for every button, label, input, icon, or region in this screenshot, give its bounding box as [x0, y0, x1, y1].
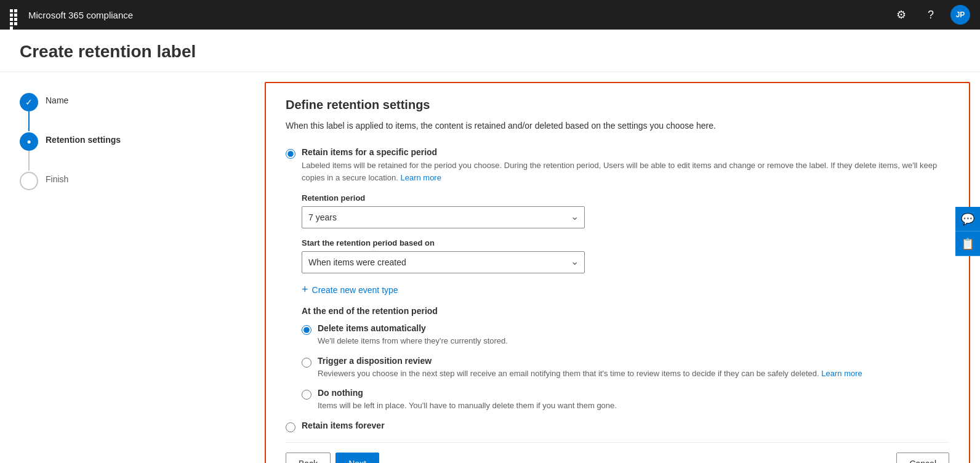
settings-icon[interactable]: ⚙ [891, 5, 911, 25]
do-nothing-option: Do nothing Items will be left in place. … [302, 388, 949, 412]
step-row-retention: ● Retention settings [20, 131, 245, 171]
retain-forever-option: Retain items forever [286, 421, 949, 432]
content-area: ✓ Name ● Retention settings [0, 72, 980, 463]
retention-period-select[interactable]: 1 year 2 years 3 years 4 years 5 years 7… [302, 206, 585, 228]
disposition-option: Trigger a disposition review Reviewers y… [302, 356, 949, 380]
step-icon-name: ✓ [20, 93, 38, 111]
create-event-link[interactable]: + Create new event type [302, 283, 949, 296]
chat-icon[interactable]: 💬 [955, 207, 980, 232]
end-period-title: At the end of the retention period [302, 306, 949, 316]
delete-auto-label: Delete items automatically [318, 323, 508, 333]
step-retention: ● Retention settings [20, 131, 245, 151]
section-description: When this label is applied to items, the… [286, 119, 949, 132]
do-nothing-radio[interactable] [302, 390, 311, 400]
step-name: ✓ Name [20, 92, 245, 111]
do-nothing-label: Do nothing [318, 388, 617, 398]
start-period-field: Start the retention period based on When… [302, 238, 949, 273]
step-icon-retention: ● [20, 132, 38, 151]
delete-auto-option: Delete items automatically We'll delete … [302, 323, 949, 347]
start-period-select[interactable]: When items were created When items were … [302, 251, 585, 273]
app-title: Microsoft 365 compliance [28, 10, 884, 20]
step-label-finish: Finish [46, 171, 68, 184]
learn-more-1-link[interactable]: Learn more [400, 173, 441, 182]
step-connector-1 [28, 111, 30, 131]
do-nothing-desc: Items will be left in place. You'll have… [318, 400, 617, 412]
page-container: Create retention label ✓ Name ● R [0, 30, 980, 463]
retain-specific-label: Retain items for a specific period [302, 147, 949, 157]
step-connector-2 [28, 151, 30, 171]
sub-radio-group: Delete items automatically We'll delete … [302, 323, 949, 412]
page-title: Create retention label [20, 42, 960, 62]
retain-specific-option: Retain items for a specific period Label… [286, 147, 949, 183]
start-period-label: Start the retention period based on [302, 238, 949, 248]
step-label-name: Name [46, 92, 68, 105]
topbar-actions: ⚙ ? JP [891, 5, 970, 25]
cancel-button[interactable]: Cancel [896, 453, 949, 464]
back-button[interactable]: Back [286, 453, 331, 464]
delete-auto-radio[interactable] [302, 325, 311, 335]
step-label-retention: Retention settings [46, 131, 121, 145]
steps-container: ✓ Name ● Retention settings [20, 92, 245, 190]
retain-specific-radio[interactable] [286, 149, 295, 159]
next-button[interactable]: Next [335, 453, 379, 464]
sidebar-stepper: ✓ Name ● Retention settings [0, 72, 265, 463]
learn-more-2-link[interactable]: Learn more [821, 369, 862, 378]
feedback-icon[interactable]: 📋 [955, 232, 980, 256]
grid-icon[interactable] [10, 9, 21, 20]
topbar: Microsoft 365 compliance ⚙ ? JP [0, 0, 980, 30]
footer-buttons: Back Next Cancel [286, 442, 949, 464]
retain-specific-desc: Labeled items will be retained for the p… [302, 159, 949, 183]
retain-forever-radio[interactable] [286, 422, 295, 432]
retention-period-field: Retention period 1 year 2 years 3 years … [302, 193, 949, 228]
delete-auto-desc: We'll delete items from where they're cu… [318, 335, 508, 347]
help-icon[interactable]: ? [921, 5, 941, 25]
page-header: Create retention label [0, 30, 980, 72]
start-period-select-wrapper: When items were created When items were … [302, 251, 585, 273]
step-row-finish: Finish [20, 171, 245, 190]
retention-period-select-wrapper: 1 year 2 years 3 years 4 years 5 years 7… [302, 206, 585, 228]
step-icon-finish [20, 172, 38, 190]
avatar[interactable]: JP [950, 5, 970, 25]
retain-forever-label: Retain items forever [302, 421, 385, 430]
plus-icon: + [302, 283, 308, 296]
side-icons: 💬 📋 [955, 207, 980, 256]
retention-period-label: Retention period [302, 193, 949, 203]
step-row-name: ✓ Name [20, 92, 245, 131]
disposition-radio[interactable] [302, 358, 311, 368]
main-panel: Define retention settings When this labe… [265, 82, 970, 463]
section-title: Define retention settings [286, 98, 949, 112]
disposition-desc: Reviewers you choose in the next step wi… [318, 368, 862, 380]
disposition-label: Trigger a disposition review [318, 356, 862, 366]
step-finish: Finish [20, 171, 245, 190]
